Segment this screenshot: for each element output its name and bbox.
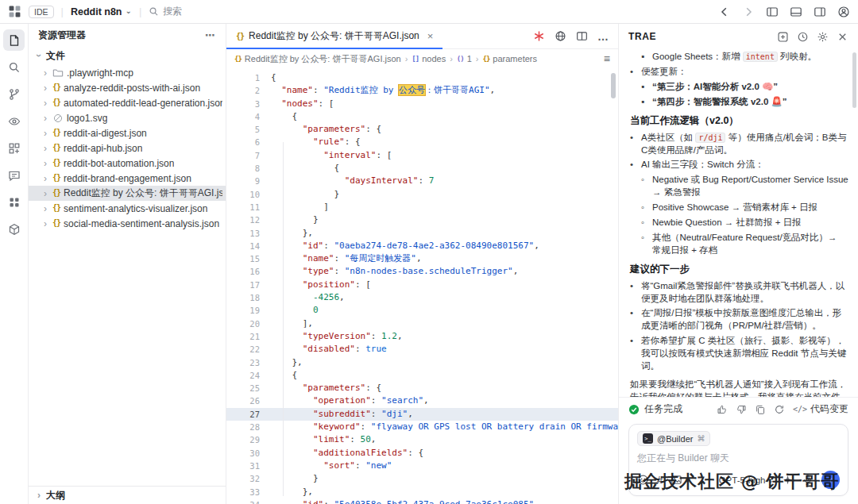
code-line-1[interactable]: 1{ [226,71,618,84]
new-chat-icon[interactable] [777,31,789,43]
code-line-8[interactable]: 8 { [226,162,618,175]
copy-icon[interactable] [755,404,766,415]
code-line-25[interactable]: 25 "parameters": { [226,382,618,394]
code-line-18[interactable]: 18 -4256, [226,291,618,304]
code-line-22[interactable]: 22 "disabled": true [226,343,618,356]
code-line-33[interactable]: 33 }, [226,486,618,498]
toggle-right-panel-button[interactable] [814,6,826,18]
code-line-27[interactable]: 27 "subreddit": "dji", [226,408,618,421]
back-button[interactable] [718,6,731,18]
breadcrumb-item[interactable]: {}Reddit监控 by 公众号: 饼干哥哥AGI.json [234,53,401,65]
code-line-19[interactable]: 19 0 [226,304,618,317]
code-line-31[interactable]: 31 "sort": "new" [226,460,618,472]
line-number: 3 [226,98,271,110]
code-line-2[interactable]: 2 "name": "Reddit监控 by 公众号：饼干哥哥AGI", [226,84,618,97]
close-icon[interactable] [837,31,848,43]
assistant-scrollbar[interactable] [852,52,856,108]
code-line-4[interactable]: 4 { [226,110,618,123]
preview-eye-icon[interactable] [3,110,25,132]
global-search-button[interactable]: 搜索 [149,5,182,18]
code-line-5[interactable]: 5 "parameters": { [226,123,618,136]
account-avatar[interactable] [837,6,850,18]
chat-input[interactable]: 您正在与 Builder 聊天 [637,452,840,465]
line-number: 22 [226,343,271,356]
code-line-21[interactable]: 21 "typeVersion": 1.2, [226,330,618,343]
thumbs-up-icon[interactable] [717,404,728,415]
code-line-16[interactable]: 16 "type": "n8n-nodes-base.scheduleTrigg… [226,265,618,278]
toggle-bottom-panel-button[interactable] [790,6,802,18]
gear-icon[interactable] [817,31,829,43]
code-line-11[interactable]: 11 ] [226,201,618,214]
file-item[interactable]: ›{}analyze-reddit-posts-with-ai.json [29,80,226,95]
ide-badge[interactable]: IDE [29,6,54,18]
code-line-10[interactable]: 10 } [226,188,618,201]
apps-grid-icon[interactable] [3,191,25,213]
file-item[interactable]: ›{}reddit-bot-automation.json [29,156,226,171]
breadcrumb-item[interactable]: {}parameters [482,54,536,63]
editor-more-button[interactable]: … [597,30,609,43]
agent-chip[interactable]: >_ @Builder ⌘ [637,431,710,446]
code-line-13[interactable]: 13 }, [226,227,618,240]
code-line-17[interactable]: 17 "position": [ [226,279,618,291]
code-text: { [271,162,339,175]
files-section-header[interactable]: › 文件 [29,46,226,65]
code-token: "operation" [313,395,371,406]
code-line-32[interactable]: 32 } [226,472,618,485]
history-icon[interactable] [797,31,809,43]
code-line-15[interactable]: 15 "name": "每周定时触发器", [226,252,618,265]
code-line-29[interactable]: 29 "limit": 50, [226,433,618,446]
extensions-icon[interactable] [3,137,25,159]
outline-section-header[interactable]: › 大纲 [29,486,226,504]
explorer-icon[interactable] [3,29,25,51]
search-icon[interactable] [3,56,25,78]
code-line-6[interactable]: 6 "rule": { [226,136,618,148]
file-item[interactable]: ›{}reddit-brand-engagement.json [29,171,226,186]
code-line-7[interactable]: 7 "interval": [ [226,149,618,162]
breadcrumb-item[interactable]: ()1 [457,54,472,63]
preview-browser-icon[interactable] [555,30,566,42]
code-line-24[interactable]: 24 { [226,369,618,382]
file-item[interactable]: ›{}sentiment-analytics-visualizer.json [29,201,226,216]
breadcrumb-menu-icon[interactable]: ≡ [604,52,610,65]
tab-bar: {} Reddit监控 by 公众号: 饼干哥哥AGI.json × … [226,24,618,49]
workspace-switcher[interactable]: Reddit n8n ⌄ [71,6,132,17]
code-line-3[interactable]: 3 "nodes": [ [226,98,618,110]
file-item[interactable]: ›{}social-media-sentiment-analysis.json [29,216,226,231]
code-line-28[interactable]: 28 "keyword": "flyaway OR GPS lost OR ba… [226,421,618,433]
code-line-34[interactable]: 34 "id": "5e40358e-5bf2-437a-9ced-7ae36c… [226,498,618,504]
regenerate-icon[interactable] [774,404,785,415]
explorer-more-button[interactable]: ⋯ [205,29,216,41]
source-control-icon[interactable] [3,83,25,105]
code-line-9[interactable]: 9 "daysInterval": 7 [226,175,618,187]
file-item[interactable]: ›{}automated-reddit-lead-generation.json [29,95,226,110]
file-item[interactable]: ›{}reddit-ai-digest.json [29,125,226,140]
forward-button[interactable] [742,6,755,18]
code-editor[interactable]: 1{2 "name": "Reddit监控 by 公众号：饼干哥哥AGI",3 … [226,68,618,504]
breadcrumb-item[interactable]: []nodes [412,54,446,63]
tab-reddit-json[interactable]: {} Reddit监控 by 公众号: 饼干哥哥AGI.json × [226,24,443,48]
code-token [271,85,281,95]
code-change-link[interactable]: </> 代码变更 [793,402,848,416]
editor-scrollbar[interactable] [611,73,616,98]
chat-icon[interactable] [3,164,25,186]
thumbs-down-icon[interactable] [736,404,747,415]
code-line-30[interactable]: 30 "additionalFields": { [226,447,618,460]
file-item[interactable]: ›{}Reddit监控 by 公众号: 饼干哥哥AGI.json [29,186,226,201]
close-tab-icon[interactable]: × [427,30,434,42]
file-tree: ›.playwright-mcp›{}analyze-reddit-posts-… [29,65,226,231]
solo-mode-icon[interactable] [533,30,545,42]
file-item[interactable]: ›.playwright-mcp [29,65,226,80]
explorer-title: 资源管理器 [38,29,86,42]
code-line-23[interactable]: 23 }, [226,356,618,369]
code-line-26[interactable]: 26 "operation": "search", [226,394,618,407]
package-icon[interactable] [3,218,25,240]
split-editor-icon[interactable] [576,30,588,42]
file-item[interactable]: ›{}reddit-api-hub.json [29,140,226,156]
code-token: "id" [303,499,324,504]
file-item[interactable]: ›logo1.svg [29,110,226,125]
toggle-left-panel-button[interactable] [766,6,779,18]
code-line-14[interactable]: 14 "id": "0aeba274-de78-4ae2-a362-08490e… [226,240,618,252]
code-line-20[interactable]: 20 ], [226,317,618,330]
code-line-12[interactable]: 12 } [226,214,618,226]
json-file-icon: {} [236,32,244,40]
